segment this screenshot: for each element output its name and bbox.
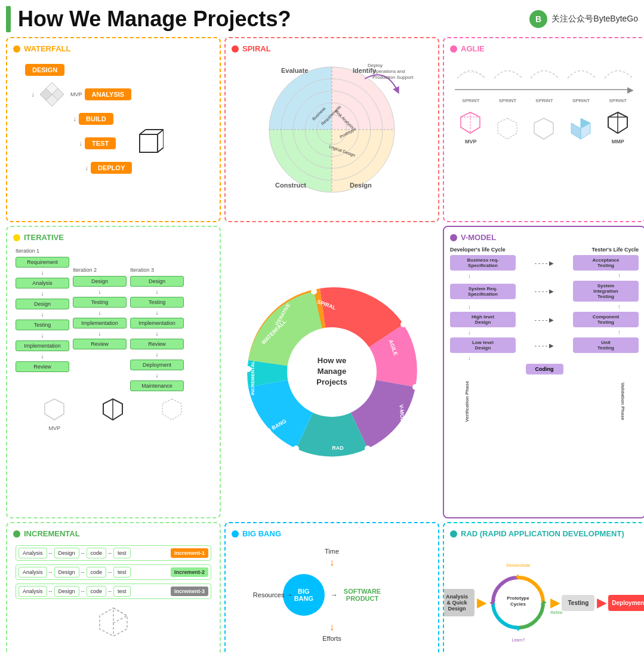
incr-test-2: test xyxy=(113,567,131,578)
sprint-label-3: SPRINT xyxy=(535,98,553,103)
iter-testing3: Testing xyxy=(130,297,184,308)
svg-point-59 xyxy=(400,321,406,327)
iter3-label: Iteration 3 xyxy=(130,267,184,273)
incr-cube xyxy=(97,605,130,638)
agile-content: ▶ SPRINT SPRINT SPRINT SPRINT SPRINT xyxy=(450,58,639,147)
incr-badge-1: Increment-1 xyxy=(171,548,208,558)
iter-design3: Design xyxy=(130,276,184,287)
bigbang-title: BIG BANG xyxy=(232,529,432,538)
logo-text: 关注公众号ByteByteGo xyxy=(551,14,638,24)
iterative-mvp-label: MVP xyxy=(41,425,68,431)
vmodel-title: V-MODEL xyxy=(450,233,639,242)
logo-area: B 关注公众号ByteByteGo xyxy=(529,10,638,29)
vmodel-biz-req: Business req-Specification xyxy=(450,255,516,271)
agile-cube-4 xyxy=(568,115,594,142)
incremental-dot xyxy=(13,530,20,538)
agile-cube-2 xyxy=(494,115,521,142)
iter-review1: Review xyxy=(16,361,69,372)
svg-marker-35 xyxy=(534,118,553,139)
rad-arrow-3: ▶ xyxy=(597,595,606,610)
header: How We Manage Projects? B 关注公众号ByteByteG… xyxy=(6,6,638,32)
svg-text:Production Support: Production Support xyxy=(372,75,414,80)
incr-test-1: test xyxy=(113,548,131,558)
vmodel-coding: Coding xyxy=(526,364,563,374)
wf-step-test: TEST xyxy=(85,137,116,149)
svg-marker-37 xyxy=(571,123,581,139)
mvp-cube-wf xyxy=(37,79,67,109)
iterative-cube-3 xyxy=(159,396,186,423)
cube-wf2 xyxy=(134,128,164,158)
rad-content: Analysis& QuickDesign ▶ xyxy=(450,543,639,654)
incr-row-1: Analysis -- Design -- code -- test Incre… xyxy=(16,545,211,561)
vmodel-low-design: Low levelDesign xyxy=(450,337,516,353)
incr-row-2: Analysis -- Design -- code -- test Incre… xyxy=(16,564,211,580)
bb-resources-label: Resources → xyxy=(253,591,293,598)
rad-refine: Refine xyxy=(550,610,562,615)
vmodel-lifecycle: Developer's life Cycle Tester's Life Cyc… xyxy=(450,247,639,253)
svg-rect-6 xyxy=(140,134,158,152)
rad-step-testing: Testing xyxy=(562,595,594,611)
svg-line-7 xyxy=(140,130,146,134)
bb-product: SOFTWAREPRODUCT xyxy=(344,588,381,602)
svg-text:Deploy: Deploy xyxy=(368,63,383,68)
incr-badge-3: Increment-3 xyxy=(171,587,208,596)
rad-arrow-1: ▶ xyxy=(477,595,486,610)
vmodel-verification: Verification Phase xyxy=(464,380,470,422)
svg-text:Projects: Projects xyxy=(316,377,347,386)
wf-step-deploy: DEPLOY xyxy=(91,162,132,174)
iter-testing1: Testing xyxy=(16,320,69,330)
svg-line-8 xyxy=(158,130,164,134)
center-wheel-svg: How we Manage Projects WATERFALL SPIRAL … xyxy=(230,271,433,474)
bb-time-arrow: ↓ xyxy=(329,557,334,568)
iter2-label: Iteration 2 xyxy=(73,267,127,273)
iter-impl2: Implementation xyxy=(73,318,127,328)
agile-cube-mvp xyxy=(457,109,484,136)
vmodel-validation: Validation Phase xyxy=(621,382,626,420)
iter-analysis: Analysis xyxy=(16,278,69,288)
agile-mvp-label: MVP xyxy=(457,139,484,145)
svg-point-58 xyxy=(311,288,317,294)
sprint-arch-3 xyxy=(528,60,560,81)
svg-text:Cycles: Cycles xyxy=(511,601,526,607)
bb-efforts-label: Efforts xyxy=(322,635,341,642)
svg-text:Prototype: Prototype xyxy=(507,595,530,601)
iterative-dot xyxy=(13,234,20,241)
incr-badge-2: Increment-2 xyxy=(171,567,208,577)
wf-step-design: DESIGN xyxy=(25,64,64,76)
incr-design-1: Design xyxy=(54,548,79,558)
main-title: How We Manage Projects? xyxy=(18,7,291,32)
spiral-box: SPIRAL xyxy=(224,37,439,222)
svg-line-9 xyxy=(158,148,164,152)
wf-step-analysis: ANALYSIS xyxy=(85,88,132,100)
rad-demonstrate: Demonstrate xyxy=(506,563,530,567)
svg-text:Design: Design xyxy=(350,182,372,189)
svg-text:Construct: Construct xyxy=(275,182,306,189)
iter-impl1: Implementation xyxy=(16,340,69,351)
rad-learn: Learn? xyxy=(512,638,525,642)
sprint-arch-5 xyxy=(602,60,634,81)
vmodel-high-design: High levelDesign xyxy=(450,312,516,327)
spiral-dot xyxy=(232,45,239,53)
iter-impl3: Implementation xyxy=(130,318,184,328)
waterfall-dot xyxy=(13,45,20,53)
agile-dot xyxy=(450,45,457,53)
iter-maint3: Maintenance xyxy=(130,380,184,391)
agile-title: AGLIE xyxy=(450,44,639,53)
incr-design-2: Design xyxy=(54,567,79,578)
rad-dot xyxy=(450,530,457,538)
iter-req: Requirement xyxy=(16,257,69,268)
svg-marker-42 xyxy=(45,399,64,420)
rad-step-analysis: Analysis& QuickDesign xyxy=(443,589,474,616)
incr-test-3: test xyxy=(113,586,131,597)
waterfall-title: WATERFALL xyxy=(13,44,214,53)
iter-testing2: Testing xyxy=(73,297,127,308)
rad-box: RAD (Rapid Application Development) Anal… xyxy=(443,522,644,654)
svg-point-63 xyxy=(245,366,251,372)
methodology-grid: WATERFALL DESIGN ↓ MVP ANALYSIS xyxy=(6,37,638,654)
incremental-content: Analysis -- Design -- code -- test Incre… xyxy=(13,543,214,643)
svg-point-60 xyxy=(412,384,418,390)
svg-marker-45 xyxy=(162,399,181,420)
incremental-title: INCREMENTAL xyxy=(13,529,214,538)
incr-code-3: code xyxy=(87,586,107,597)
spiral-svg: Evaluate Identify Construct Design Deplo… xyxy=(236,55,427,204)
